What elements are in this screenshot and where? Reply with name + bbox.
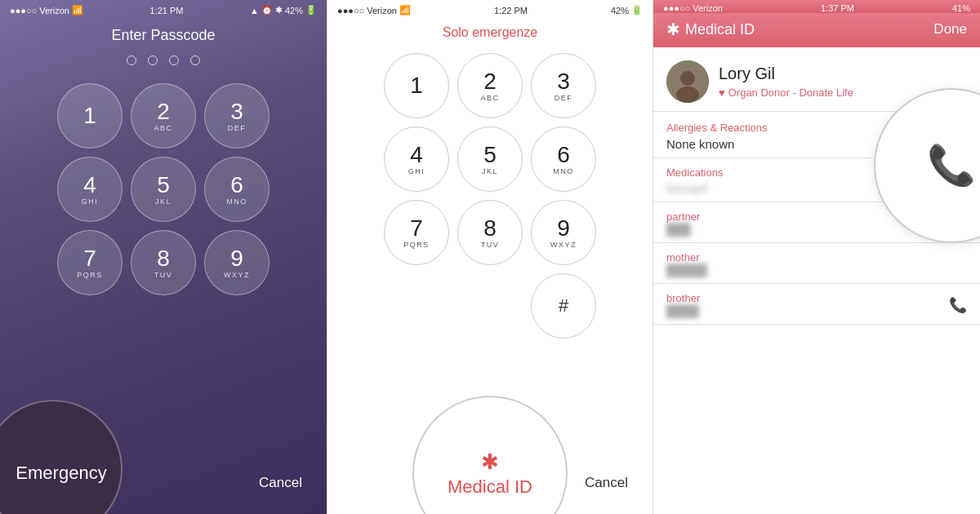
time-display-2: 1:22 PM (494, 6, 528, 16)
battery-level: 42% (285, 6, 303, 16)
hash-symbol: # (559, 295, 568, 317)
em-key-6-sub: MNO (553, 167, 574, 175)
mother-name: █████ (666, 264, 707, 277)
partner-label: partner (666, 210, 700, 223)
em-key-5-num: 5 (483, 144, 497, 166)
avatar (666, 60, 709, 103)
brother-contact-info: brother ████ (666, 292, 700, 317)
carrier-left: ●●●○○ Verizon 📶 (10, 5, 83, 16)
key-7[interactable]: 7 PQRS (57, 230, 122, 295)
location-icon: ▲ (250, 6, 259, 16)
emergency-button[interactable]: Emergency (0, 400, 122, 514)
passcode-dot-3 (169, 55, 179, 65)
cancel-button-emergency[interactable]: Cancel (585, 475, 628, 491)
em-key-4-sub: GHI (408, 167, 425, 175)
em-key-hash[interactable]: # (531, 273, 596, 339)
key-8-num: 8 (157, 247, 170, 270)
em-key-1[interactable]: 1 (384, 53, 449, 118)
em-key-2[interactable]: 2 ABC (457, 53, 523, 118)
brother-phone-icon[interactable]: 📞 (949, 296, 967, 314)
profile-name: Lory Gil (719, 64, 853, 83)
key-1[interactable]: 1 (57, 83, 122, 148)
alarm-icon: ⏰ (261, 5, 273, 16)
passcode-dot-4 (190, 55, 200, 65)
status-icons-right: ▲ ⏰ ✱ 42% 🔋 (250, 5, 317, 16)
brother-name: ████ (666, 304, 700, 317)
key-7-num: 7 (83, 247, 96, 270)
em-key-7[interactable]: 7 PQRS (384, 200, 449, 265)
status-bar-medical: ●●●○○ Verizon 1:37 PM 41% (653, 0, 980, 13)
passcode-dots (127, 55, 200, 65)
signal-carrier: ●●●○○ Verizon (10, 6, 69, 16)
brother-contact-row: brother ████ 📞 (653, 284, 980, 325)
medical-id-header-label: Medical ID (685, 21, 755, 38)
em-key-9-num: 9 (557, 217, 570, 240)
cancel-button-lock[interactable]: Cancel (259, 475, 302, 491)
organ-donor-row: ♥ Organ Donor - Donate Life (719, 86, 853, 99)
battery-icon: 🔋 (305, 5, 317, 16)
em-key-6[interactable]: 6 MNO (531, 126, 596, 192)
battery-medical: 41% (952, 3, 970, 13)
medical-id-asterisk-icon: ✱ (481, 450, 499, 475)
carrier-left-2: ●●●○○ Verizon 📶 (337, 5, 411, 16)
avatar-image (666, 60, 709, 103)
mother-contact-info: mother █████ (666, 251, 707, 277)
medical-id-button[interactable]: ✱ Medical ID (412, 396, 568, 514)
em-key-3[interactable]: 3 DEF (531, 53, 596, 118)
em-key-7-sub: PQRS (403, 241, 430, 249)
key-8[interactable]: 8 TUV (131, 230, 196, 295)
profile-info: Lory Gil ♥ Organ Donor - Donate Life (719, 64, 853, 99)
time-medical: 1:37 PM (821, 3, 854, 13)
key-2[interactable]: 2 ABC (131, 83, 196, 148)
partner-contact-info: partner ███ . (666, 210, 700, 236)
svg-point-1 (680, 71, 695, 86)
key-8-sub: TUV (154, 271, 173, 279)
key-9-num: 9 (230, 247, 243, 270)
em-key-empty-left (384, 273, 449, 339)
key-3-num: 3 (230, 100, 243, 123)
key-7-sub: PQRS (77, 271, 103, 279)
status-icons-right-2: 42% 🔋 (611, 5, 643, 16)
key-9-sub: WXYZ (224, 271, 250, 279)
medical-id-header: ✱ Medical ID Done (653, 13, 980, 47)
status-bar-emergency: ●●●○○ Verizon 📶 1:22 PM 42% 🔋 (327, 0, 653, 19)
key-9[interactable]: 9 WXYZ (204, 230, 270, 295)
em-key-6-num: 6 (557, 144, 570, 166)
em-key-9[interactable]: 9 WXYZ (531, 200, 596, 265)
battery-icon-2: 🔋 (631, 5, 643, 16)
em-key-4[interactable]: 4 GHI (384, 126, 449, 192)
em-key-5[interactable]: 5 JKL (457, 126, 523, 192)
em-key-1-num: 1 (410, 74, 423, 97)
key-5[interactable]: 5 JKL (131, 157, 196, 222)
key-2-num: 2 (157, 100, 170, 123)
passcode-dot-2 (148, 55, 158, 65)
mother-contact-row: mother █████ (653, 243, 980, 284)
em-key-8[interactable]: 8 TUV (457, 200, 523, 265)
lock-screen-panel: ●●●○○ Verizon 📶 1:21 PM ▲ ⏰ ✱ 42% 🔋 Ente… (0, 0, 327, 514)
key-4-num: 4 (83, 174, 96, 197)
key-4[interactable]: 4 GHI (57, 157, 122, 222)
em-key-2-num: 2 (483, 70, 497, 93)
passcode-dot-1 (127, 55, 136, 65)
signal-carrier-2: ●●●○○ Verizon (337, 6, 397, 16)
key-1-num: 1 (83, 104, 96, 127)
passcode-title: Enter Passcode (111, 27, 215, 44)
key-4-sub: GHI (82, 197, 99, 206)
time-display: 1:21 PM (150, 6, 184, 16)
done-button[interactable]: Done (933, 21, 967, 38)
em-key-3-num: 3 (557, 70, 570, 93)
phone-icon-large: 📞 (927, 143, 976, 188)
lock-keypad: 1 2 ABC 3 DEF 4 GHI 5 JKL 6 MNO 7 PQRS 8 (57, 83, 270, 369)
organ-donor-text: Organ Donor - Donate Life (728, 86, 853, 99)
wifi-icon: 📶 (72, 5, 83, 16)
heart-icon: ♥ (719, 86, 725, 99)
em-key-5-sub: JKL (482, 167, 498, 175)
key-2-sub: ABC (154, 124, 172, 132)
brother-label: brother (666, 292, 700, 304)
key-6-num: 6 (230, 174, 243, 197)
key-6[interactable]: 6 MNO (204, 157, 270, 222)
em-key-8-sub: TUV (481, 241, 500, 249)
em-key-9-sub: WXYZ (550, 241, 577, 249)
header-asterisk-icon: ✱ (666, 20, 680, 39)
key-3[interactable]: 3 DEF (204, 83, 270, 148)
